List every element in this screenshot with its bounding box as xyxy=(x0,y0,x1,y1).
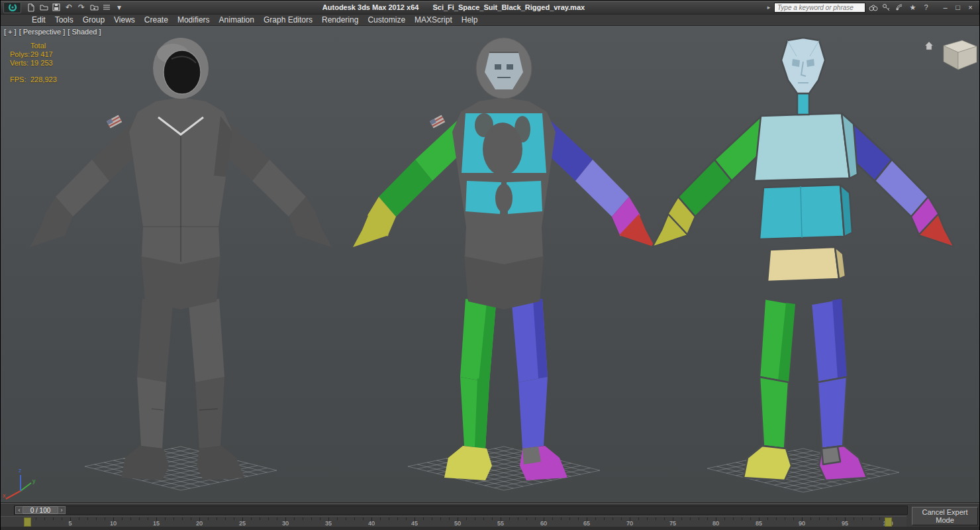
open-file-icon xyxy=(40,3,48,11)
ground-grid xyxy=(85,447,277,490)
viewport-pov-label[interactable]: [ Perspective ] xyxy=(19,28,66,36)
open-file-button[interactable] xyxy=(38,2,50,13)
model-suit-shaded[interactable] xyxy=(30,38,332,480)
frame-tick xyxy=(406,517,407,520)
redo-button[interactable]: ↷ xyxy=(75,2,87,13)
frame-tick-label: 20 xyxy=(196,520,203,527)
menu-item-group[interactable]: Group xyxy=(78,15,109,25)
menu-item-customize[interactable]: Customize xyxy=(363,15,410,25)
new-scene-button[interactable] xyxy=(25,2,37,13)
frame-tick xyxy=(535,517,536,520)
next-frame-button[interactable]: › xyxy=(58,506,66,514)
frame-tick xyxy=(96,517,97,520)
model-suit-skinned[interactable] xyxy=(353,38,655,480)
frame-tick-label: 15 xyxy=(153,520,160,527)
frame-tick xyxy=(526,517,527,520)
save-file-icon xyxy=(52,3,60,11)
close-button[interactable]: × xyxy=(964,2,977,13)
frame-tick xyxy=(449,517,450,520)
frame-tick xyxy=(871,517,871,520)
selection-list-button[interactable] xyxy=(101,2,113,13)
selection-list-icon xyxy=(103,3,111,11)
range-end-marker[interactable] xyxy=(885,517,892,527)
frame-tick xyxy=(389,517,389,520)
menu-bar: EditToolsGroupViewsCreateModifiersAnimat… xyxy=(1,15,979,26)
frame-tick-label: 50 xyxy=(454,520,461,527)
viewport-label: [ + ][ Perspective ][ Shaded ] xyxy=(4,28,101,36)
search-input[interactable] xyxy=(774,3,865,13)
minimize-button[interactable]: – xyxy=(939,2,952,13)
frame-tick xyxy=(130,517,131,520)
frame-tick xyxy=(311,517,312,520)
viewport[interactable]: xyz [ + ][ Perspective ][ Shaded ] Total… xyxy=(1,26,979,503)
workspace-caret-button[interactable]: ▾ xyxy=(113,2,125,13)
track-bar[interactable]: 0510152025303540455055606570758085909510… xyxy=(1,516,906,527)
save-file-button[interactable] xyxy=(50,2,62,13)
viewport-shading-label[interactable]: [ Shaded ] xyxy=(68,28,101,36)
frame-tick xyxy=(690,517,691,520)
maximize-button[interactable]: □ xyxy=(952,2,964,13)
viewcube-home-icon[interactable] xyxy=(925,42,933,50)
frame-tick xyxy=(724,517,725,520)
range-start-marker[interactable] xyxy=(24,517,31,527)
frame-tick xyxy=(621,517,622,520)
frame-tick-label: 90 xyxy=(799,520,805,527)
stats-verts-label: Verts: xyxy=(10,59,30,68)
stats-verts-value: 19 253 xyxy=(30,59,53,68)
time-slider-track[interactable]: ‹ 0 / 100 › xyxy=(14,505,908,515)
menu-item-graph-editors[interactable]: Graph Editors xyxy=(259,15,317,25)
help-button[interactable]: ? xyxy=(920,3,932,13)
frame-tick-label: 10 xyxy=(110,520,117,527)
frame-tick xyxy=(810,517,811,520)
frame-tick xyxy=(776,517,777,520)
communication-center-button[interactable] xyxy=(894,3,905,13)
project-folder-button[interactable] xyxy=(88,2,100,13)
frame-tick xyxy=(208,517,209,520)
menu-item-help[interactable]: Help xyxy=(457,15,483,25)
view-cube[interactable] xyxy=(925,40,977,70)
frame-tick xyxy=(604,517,605,520)
subscription-center-button[interactable] xyxy=(881,3,892,13)
search-button[interactable] xyxy=(867,3,879,13)
frame-tick-label: 75 xyxy=(669,520,676,527)
frame-tick xyxy=(561,517,562,520)
search-history-button[interactable]: ▸ xyxy=(765,4,772,11)
frame-tick xyxy=(742,517,742,520)
app-menu-button[interactable] xyxy=(3,2,21,13)
frame-tick-label: 60 xyxy=(540,520,547,527)
frame-tick xyxy=(862,517,863,520)
cancel-expert-mode-button[interactable]: Cancel Expert Mode xyxy=(912,507,978,525)
frame-tick-label: 25 xyxy=(239,520,246,527)
frame-tick xyxy=(251,517,252,520)
stats-fps-value: 228,923 xyxy=(30,76,57,84)
frame-tick-label: 65 xyxy=(583,520,590,527)
frame-tick xyxy=(879,517,880,520)
frame-tick xyxy=(173,517,174,520)
ground-grid xyxy=(707,449,899,492)
menu-item-create[interactable]: Create xyxy=(140,15,173,25)
frame-tick xyxy=(647,517,648,520)
frame-tick-label: 30 xyxy=(282,520,289,527)
frame-tick xyxy=(595,517,596,520)
viewport-menu-button[interactable]: [ + ] xyxy=(4,28,17,36)
undo-button[interactable]: ↶ xyxy=(63,2,75,13)
time-slider-handle[interactable]: ‹ 0 / 100 › xyxy=(15,506,66,514)
svg-text:y: y xyxy=(32,478,36,484)
frame-tick xyxy=(793,517,794,520)
menu-item-tools[interactable]: Tools xyxy=(50,15,78,25)
menu-item-maxscript[interactable]: MAXScript xyxy=(410,15,457,25)
model-rig[interactable] xyxy=(652,38,954,480)
menu-item-animation[interactable]: Animation xyxy=(215,15,259,25)
frame-tick xyxy=(397,517,398,520)
previous-frame-button[interactable]: ‹ xyxy=(15,506,23,514)
scene-canvas[interactable]: xyz xyxy=(1,26,979,503)
frame-tick xyxy=(638,517,639,520)
frame-tick xyxy=(225,517,226,520)
menu-item-rendering[interactable]: Rendering xyxy=(317,15,363,25)
menu-item-views[interactable]: Views xyxy=(109,15,140,25)
menu-item-edit[interactable]: Edit xyxy=(27,15,50,25)
favorites-button[interactable]: ★ xyxy=(907,3,918,13)
app-window: ↶ ↷ ▾ Autodesk 3ds Max 2012 x64 Sci_Fi_S… xyxy=(0,0,980,530)
undo-icon: ↶ xyxy=(66,3,72,11)
menu-item-modifiers[interactable]: Modifiers xyxy=(173,15,215,25)
